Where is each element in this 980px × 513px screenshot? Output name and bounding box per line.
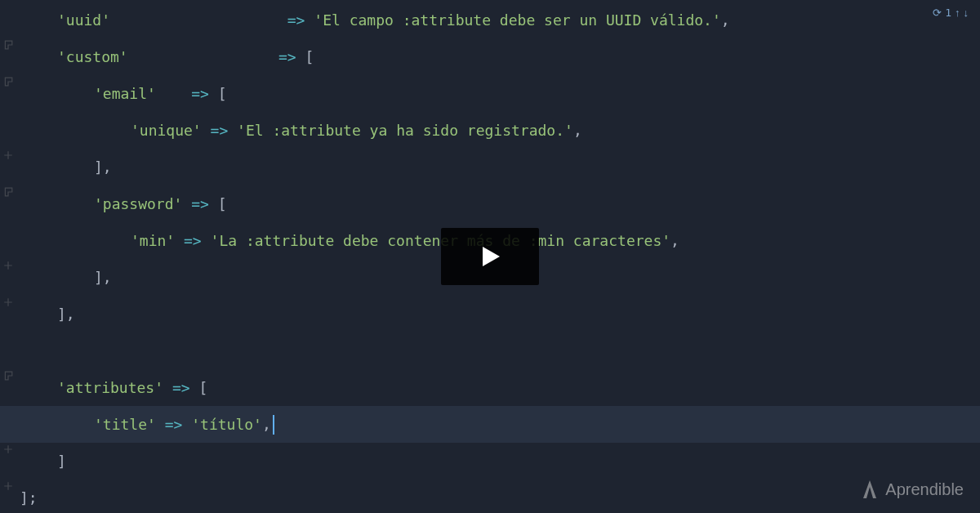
- editor-badge: ⟳1 ↑ ↓: [933, 5, 969, 21]
- arrow: =>: [278, 46, 305, 68]
- string: 'El campo :attribute debe ser un UUID vá…: [314, 9, 721, 31]
- watermark-logo: Aprendible: [861, 477, 964, 502]
- code-line-blank[interactable]: [0, 332, 980, 369]
- string: 'título': [191, 413, 262, 435]
- code-line[interactable]: ],: [0, 296, 980, 332]
- string: 'unique': [131, 119, 202, 141]
- code-line-active[interactable]: 'title' => 'título',: [0, 406, 980, 443]
- arrow: =>: [202, 119, 237, 141]
- string: 'min': [131, 230, 175, 252]
- string: 'email': [94, 83, 156, 105]
- code-line[interactable]: ];: [0, 480, 980, 513]
- string: 'attributes': [57, 377, 163, 399]
- play-icon: [475, 242, 505, 271]
- refresh-icon: ⟳: [933, 5, 942, 21]
- code-line[interactable]: 'unique' => 'El :attribute ya ha sido re…: [0, 112, 980, 149]
- code-line[interactable]: 'attributes' => [: [0, 369, 980, 406]
- arrow: =>: [287, 9, 314, 31]
- code-line[interactable]: 'email' => [: [0, 75, 980, 112]
- arrow: =>: [163, 377, 198, 399]
- string: 'title': [94, 413, 156, 435]
- arrow: =>: [182, 193, 217, 215]
- logo-icon: [861, 479, 879, 500]
- arrow: =>: [191, 83, 218, 105]
- down-arrow-icon: ↓: [964, 5, 969, 21]
- code-line[interactable]: 'uuid' => 'El campo :attribute debe ser …: [0, 2, 980, 38]
- code-line[interactable]: ]: [0, 443, 980, 480]
- up-arrow-icon: ↑: [955, 5, 960, 21]
- code-line[interactable]: 'custom' => [: [0, 38, 980, 75]
- string: 'El :attribute ya ha sido registrado.': [237, 119, 573, 141]
- cursor: [273, 415, 274, 435]
- play-button[interactable]: [441, 228, 539, 285]
- arrow: =>: [175, 230, 210, 252]
- code-line[interactable]: 'password' => [: [0, 185, 980, 222]
- string: 'password': [94, 193, 182, 215]
- string: 'custom': [57, 46, 128, 68]
- code-line[interactable]: ],: [0, 149, 980, 185]
- arrow: =>: [156, 413, 191, 435]
- string: 'uuid': [57, 9, 110, 31]
